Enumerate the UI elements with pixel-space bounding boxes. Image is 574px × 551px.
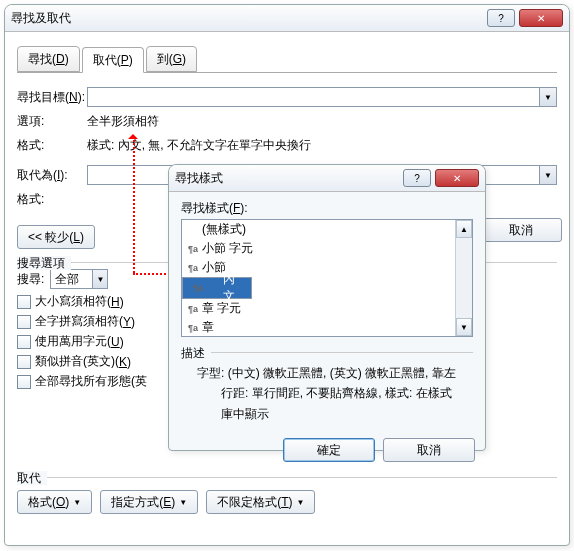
modal-titlebar: 尋找樣式 ? ✕ [169,165,485,192]
tab-goto[interactable]: 到(G) [146,46,197,72]
scroll-down-icon[interactable]: ▼ [456,318,472,336]
checkbox-icon [17,315,31,329]
format-menu-button[interactable]: 指定方式(E)▼ [100,490,198,514]
format-menu-button[interactable]: 不限定格式(T)▼ [206,490,315,514]
cancel-button[interactable]: 取消 [480,218,562,242]
annotation-arrow-head [128,129,138,139]
tab-strip: 尋找(D) 取代(P) 到(G) [17,46,557,73]
format-value: 樣式: 內文, 無, 不允許文字在單字中央換行 [87,137,311,154]
scrollbar[interactable]: ▲ ▼ [455,220,472,336]
paragraph-mark-icon: ¶a [188,304,198,314]
paragraph-mark-icon: ¶a [189,283,215,293]
titlebar: 尋找及取代 ? ✕ [5,5,569,32]
style-list[interactable]: (無樣式)¶a小節 字元¶a小節¶a內文¶a章 字元¶a章 ▲ ▼ [181,219,473,337]
checkbox-icon [17,355,31,369]
list-item[interactable]: ¶a小節 字元 [182,239,455,258]
dialog-title: 尋找及取代 [11,10,483,27]
description-header: 描述 [181,345,473,355]
close-button[interactable]: ✕ [435,169,479,187]
cancel-button[interactable]: 取消 [383,438,475,462]
search-dir-label: 搜尋: [17,271,44,288]
replace-label: 取代為(I): [17,167,87,184]
list-item[interactable]: ¶a章 字元 [182,299,455,318]
ok-button[interactable]: 確定 [283,438,375,462]
tab-find[interactable]: 尋找(D) [17,46,80,72]
checkbox-icon [17,295,31,309]
format-label: 格式: [17,137,87,154]
format2-label: 格式: [17,191,87,208]
close-button[interactable]: ✕ [519,9,563,27]
modal-title: 尋找樣式 [175,170,399,187]
find-style-dialog: 尋找樣式 ? ✕ 尋找樣式(F): (無樣式)¶a小節 字元¶a小節¶a內文¶a… [168,164,486,451]
description-text: 字型: (中文) 微軟正黑體, (英文) 微軟正黑體, 靠左 行距: 單行間距,… [181,357,473,430]
find-label: 尋找目標(N): [17,89,87,106]
format-menu-button[interactable]: 格式(O)▼ [17,490,92,514]
scroll-up-icon[interactable]: ▲ [456,220,472,238]
checkbox-icon [17,375,31,389]
bottom-button-row: 格式(O)▼指定方式(E)▼不限定格式(T)▼ [17,490,557,514]
list-item[interactable]: ¶a內文 [182,277,252,299]
help-button[interactable]: ? [487,9,515,27]
tab-replace[interactable]: 取代(P) [82,47,144,73]
checkbox-icon [17,335,31,349]
chevron-down-icon: ▼ [92,270,107,288]
options-label: 選項: [17,113,87,130]
style-list-label: 尋找樣式(F): [181,200,473,217]
paragraph-mark-icon: ¶a [188,244,198,254]
chevron-down-icon[interactable]: ▼ [540,87,557,107]
find-input[interactable]: ▼ [87,87,557,107]
less-button[interactable]: << 較少(L) [17,225,95,249]
paragraph-mark-icon: ¶a [188,263,198,273]
chevron-down-icon[interactable]: ▼ [540,165,557,185]
paragraph-mark-icon: ¶a [188,323,198,333]
search-direction-select[interactable]: 全部▼ [50,269,108,289]
options-value: 全半形須相符 [87,113,159,130]
help-button[interactable]: ? [403,169,431,187]
list-item[interactable]: ¶a章 [182,318,455,337]
list-item[interactable]: (無樣式) [182,220,455,239]
